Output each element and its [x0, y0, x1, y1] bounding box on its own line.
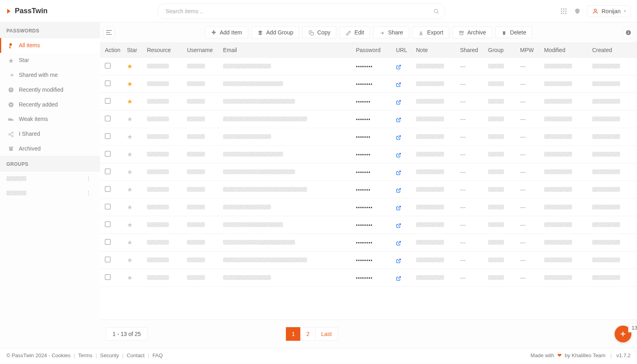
footer-cookies-link[interactable]: Cookies [52, 352, 70, 358]
password-masked[interactable]: ••••••• [356, 170, 370, 175]
copy-button[interactable]: Copy [302, 26, 336, 38]
info-button[interactable]: i [623, 27, 634, 38]
footer-security-link[interactable]: Security [100, 352, 119, 358]
url-link-icon[interactable] [396, 275, 401, 281]
password-masked[interactable]: ••••••• [356, 152, 370, 158]
url-link-icon[interactable] [396, 151, 401, 158]
url-link-icon[interactable] [396, 134, 401, 140]
sidebar-group-item[interactable]: ⋮ [0, 171, 100, 186]
sidebar-item-i-shared[interactable]: I Shared [0, 127, 100, 141]
password-masked[interactable]: •••••••• [356, 240, 373, 246]
star-icon[interactable]: ★ [127, 221, 133, 228]
sidebar-item-label: Shared with me [19, 72, 58, 78]
group-menu-icon[interactable]: ⋮ [83, 190, 94, 196]
star-icon[interactable]: ★ [127, 186, 133, 193]
shield-icon[interactable] [573, 8, 581, 14]
url-link-icon[interactable] [396, 63, 401, 70]
menu-toggle-button[interactable] [103, 27, 115, 38]
star-icon[interactable]: ★ [127, 274, 133, 281]
url-link-icon[interactable] [396, 239, 401, 246]
page-1[interactable]: 1 [286, 327, 301, 341]
row-checkbox[interactable] [105, 204, 111, 209]
star-icon[interactable]: ★ [127, 239, 133, 246]
add-group-button[interactable]: Add Group [251, 26, 299, 38]
sidebar-item-label: Weak items [19, 116, 48, 122]
sidebar-group-item[interactable]: ⋮ [0, 186, 100, 200]
password-masked[interactable]: ••••••• [356, 117, 370, 123]
email-redacted [223, 205, 271, 209]
star-icon[interactable]: ★ [127, 63, 133, 70]
search-icon[interactable] [433, 8, 439, 14]
password-masked[interactable]: ••••••• [356, 99, 370, 105]
star-icon[interactable]: ★ [127, 169, 133, 175]
password-masked[interactable]: •••••••• [356, 82, 373, 87]
star-icon[interactable]: ★ [127, 133, 133, 140]
url-link-icon[interactable] [396, 169, 401, 175]
apps-icon[interactable] [560, 8, 568, 14]
sidebar-item-all-items[interactable]: All items [0, 38, 100, 53]
logo[interactable]: PassTwin [6, 7, 100, 15]
row-checkbox[interactable] [105, 63, 111, 68]
star-icon[interactable]: ★ [127, 80, 133, 87]
footer-faq-link[interactable]: FAQ [153, 352, 163, 358]
password-masked[interactable]: ••••••• [356, 187, 370, 193]
user-menu-button[interactable]: Ronijan ▾ [587, 5, 631, 17]
url-link-icon[interactable] [396, 99, 401, 105]
delete-button[interactable]: Delete [495, 26, 532, 38]
password-masked[interactable]: •••••••• [356, 223, 373, 228]
page-2[interactable]: 2 [300, 327, 315, 341]
resource-redacted [147, 99, 169, 104]
col-star: Star [124, 43, 144, 58]
star-icon[interactable]: ★ [127, 204, 133, 211]
password-masked[interactable]: ••••••• [356, 135, 370, 140]
row-checkbox[interactable] [105, 274, 111, 280]
row-checkbox[interactable] [105, 98, 111, 104]
footer-terms-link[interactable]: Terms [78, 352, 92, 358]
edit-button[interactable]: Edit [340, 26, 370, 38]
add-item-button[interactable]: ✚Add Item [205, 26, 248, 38]
url-link-icon[interactable] [396, 81, 401, 87]
row-checkbox[interactable] [105, 80, 111, 86]
url-link-icon[interactable] [396, 204, 401, 211]
password-masked[interactable]: •••••••• [356, 276, 373, 281]
col-shared: Shared [457, 43, 485, 58]
row-checkbox[interactable] [105, 151, 111, 157]
sidebar-item-archived[interactable]: Archived [0, 141, 100, 156]
row-checkbox[interactable] [105, 257, 111, 262]
sidebar-item-recently-modified[interactable]: Recently modified [0, 82, 100, 97]
password-masked[interactable]: •••••••• [356, 64, 373, 70]
page-last[interactable]: Last [315, 327, 338, 341]
password-masked[interactable]: •••••••• [356, 205, 373, 211]
sidebar-item-shared-with-me[interactable]: Shared with me [0, 68, 100, 82]
row-checkbox[interactable] [105, 116, 111, 121]
sidebar-item-weak-items[interactable]: Weak items [0, 112, 100, 127]
share-button[interactable]: Share [373, 26, 409, 38]
plus-circle-icon [8, 101, 14, 108]
group-menu-icon[interactable]: ⋮ [83, 175, 94, 182]
url-link-icon[interactable] [396, 257, 401, 263]
table-row: ★•••••••------ [100, 93, 637, 111]
sidebar-item-label: I Shared [19, 131, 40, 137]
star-icon[interactable]: ★ [127, 116, 133, 123]
url-link-icon[interactable] [396, 116, 401, 123]
url-link-icon[interactable] [396, 222, 401, 228]
url-link-icon[interactable] [396, 187, 401, 193]
star-icon[interactable]: ★ [127, 257, 133, 263]
password-masked[interactable]: •••••••• [356, 258, 373, 263]
row-checkbox[interactable] [105, 239, 111, 245]
archive-button[interactable]: Archive [452, 26, 492, 38]
star-icon[interactable]: ★ [127, 151, 133, 158]
sidebar-item-recently-added[interactable]: Recently added [0, 97, 100, 112]
note-redacted [416, 205, 444, 209]
row-checkbox[interactable] [105, 133, 111, 139]
row-checkbox[interactable] [105, 169, 111, 174]
row-checkbox[interactable] [105, 221, 111, 227]
star-icon[interactable]: ★ [127, 98, 133, 105]
row-checkbox[interactable] [105, 186, 111, 192]
footer-contact-link[interactable]: Contact [127, 352, 145, 358]
sidebar-item-star[interactable]: Star [0, 53, 100, 68]
note-redacted [416, 152, 444, 157]
export-button[interactable]: Export [412, 26, 449, 38]
email-redacted [223, 187, 307, 192]
search-input[interactable] [157, 3, 446, 19]
